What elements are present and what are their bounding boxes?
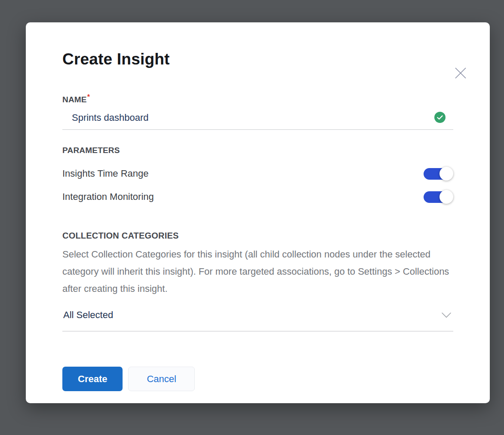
modal-title: Create Insight — [62, 49, 453, 69]
create-button[interactable]: Create — [62, 367, 123, 391]
name-input[interactable] — [62, 108, 434, 129]
name-label-text: NAME — [62, 95, 87, 104]
create-insight-modal: Create Insight NAME* PARAMETERS Insights… — [26, 22, 490, 403]
parameter-row-integration-monitoring: Integration Monitoring — [62, 185, 453, 208]
collection-categories-description: Select Collection Categories for this in… — [62, 246, 453, 297]
close-button[interactable] — [452, 64, 469, 82]
modal-actions: Create Cancel — [62, 367, 453, 391]
name-input-row — [62, 108, 453, 130]
parameters-list: Insights Time Range Integration Monitori… — [62, 162, 453, 208]
collection-categories-dropdown[interactable]: All Selected — [62, 307, 453, 331]
modal-backdrop: Create Insight NAME* PARAMETERS Insights… — [0, 0, 504, 435]
parameter-label: Integration Monitoring — [62, 191, 154, 202]
parameters-heading: PARAMETERS — [62, 146, 453, 155]
insights-time-range-toggle[interactable] — [424, 168, 452, 180]
integration-monitoring-toggle[interactable] — [424, 191, 452, 203]
dropdown-selected-value: All Selected — [63, 309, 113, 321]
toggle-knob — [439, 190, 453, 204]
toggle-knob — [439, 167, 453, 181]
required-asterisk: * — [87, 93, 90, 101]
name-label: NAME* — [62, 93, 453, 104]
parameter-row-insights-time-range: Insights Time Range — [62, 162, 453, 185]
close-icon — [454, 67, 467, 80]
collection-categories-heading: COLLECTION CATEGORIES — [62, 231, 453, 241]
parameter-label: Insights Time Range — [62, 168, 149, 179]
chevron-down-icon — [441, 312, 452, 318]
valid-check-icon — [434, 112, 446, 123]
cancel-button[interactable]: Cancel — [128, 367, 194, 391]
